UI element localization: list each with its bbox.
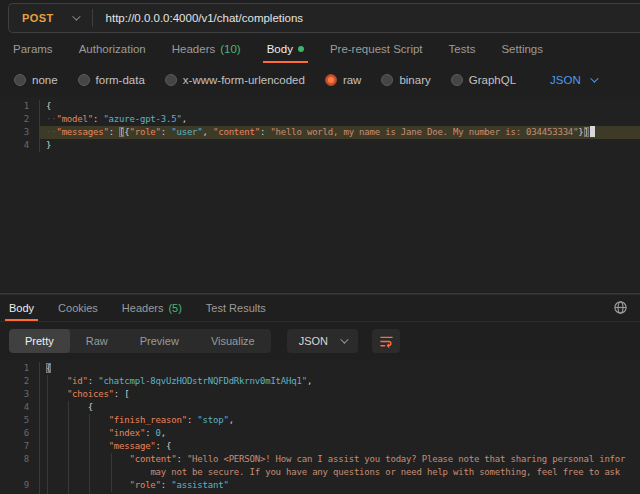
line-number: 7 xyxy=(0,440,40,453)
code-row: 7 "message": { xyxy=(0,440,640,453)
code-line-text: ··"messages": [{"role": "user", "content… xyxy=(40,126,640,139)
url-input[interactable]: http://0.0.0.0:4000/v1/chat/completions xyxy=(93,12,304,24)
chevron-down-icon xyxy=(590,74,598,82)
code-token: "chatcmpl-8qvUzHODstrNQFDdRkrnv0mItAHq1" xyxy=(98,376,307,386)
code-line-text: "index": 0, xyxy=(40,427,640,440)
line-number: 4 xyxy=(0,139,40,152)
code-row: 1{ xyxy=(0,362,640,375)
code-token: : xyxy=(109,127,119,137)
code-token: { xyxy=(46,363,51,373)
code-token: "Hello <PERSON>! How can I assist you to… xyxy=(187,454,625,464)
code-token xyxy=(46,454,130,464)
code-row: 2··"model": "azure-gpt-3.5", xyxy=(0,113,640,126)
code-token: "model" xyxy=(56,114,93,124)
view-visualize[interactable]: Visualize xyxy=(195,329,271,353)
chevron-down-icon xyxy=(340,335,348,343)
code-row: 5 "finish_reason": "stop", xyxy=(0,414,640,427)
code-token: , xyxy=(182,114,187,124)
radio-binary[interactable]: binary xyxy=(381,74,430,86)
code-token: "index" xyxy=(109,428,146,438)
request-body-editor[interactable]: 1{2··"model": "azure-gpt-3.5",3··"messag… xyxy=(0,97,640,294)
code-token: , xyxy=(203,127,213,137)
indent-guide xyxy=(89,414,90,494)
wrap-text-icon xyxy=(379,334,394,349)
code-token: { xyxy=(46,402,93,412)
response-body-editor[interactable]: 1{2 "id": "chatcmpl-8qvUzHODstrNQFDdRkrn… xyxy=(0,360,640,494)
radio-form-data[interactable]: form-data xyxy=(78,74,145,86)
code-token: "assistant" xyxy=(171,480,228,490)
response-toolbar: Pretty Raw Preview Visualize JSON xyxy=(0,322,640,360)
line-number xyxy=(0,466,40,479)
radio-x-www-form-urlencoded[interactable]: x-www-form-urlencoded xyxy=(165,74,305,86)
code-token: "content" xyxy=(130,454,177,464)
code-token: : xyxy=(88,376,98,386)
code-row: 6 "index": 0, xyxy=(0,427,640,440)
code-token xyxy=(46,441,109,451)
code-token xyxy=(46,480,130,490)
code-token: : xyxy=(187,415,197,425)
line-number: 6 xyxy=(0,427,40,440)
tab-tests[interactable]: Tests xyxy=(449,35,476,63)
code-row: 3··"messages": [{"role": "user", "conten… xyxy=(0,126,640,139)
code-line-text: "choices": [ xyxy=(40,388,640,401)
code-token: { xyxy=(46,101,51,111)
radio-graphql[interactable]: GraphQL xyxy=(451,74,516,86)
response-tab-headers[interactable]: Headers (5) xyxy=(122,295,182,321)
line-number: 1 xyxy=(0,362,40,375)
tab-pre-request-script[interactable]: Pre-request Script xyxy=(330,35,423,63)
code-row: may not be secure. If you have any quest… xyxy=(0,466,640,479)
body-dot-icon xyxy=(298,46,304,52)
request-url-bar: POST http://0.0.0.0:4000/v1/chat/complet… xyxy=(8,3,640,33)
body-format-select[interactable]: JSON xyxy=(550,74,596,86)
response-format-select[interactable]: JSON xyxy=(287,329,358,353)
code-line-text: "id": "chatcmpl-8qvUzHODstrNQFDdRkrnv0mI… xyxy=(40,375,640,388)
code-token: "user" xyxy=(171,127,202,137)
code-token: : xyxy=(176,454,186,464)
tab-body[interactable]: Body xyxy=(267,35,304,63)
radio-icon xyxy=(165,74,177,86)
code-token: "messages" xyxy=(56,127,108,137)
radio-none[interactable]: none xyxy=(14,74,58,86)
indent-guide xyxy=(68,401,69,494)
radio-icon xyxy=(381,74,393,86)
tab-params[interactable]: Params xyxy=(13,35,53,63)
code-token: "role" xyxy=(130,127,161,137)
code-token: : xyxy=(145,428,155,438)
code-token: , xyxy=(229,415,234,425)
chevron-down-icon xyxy=(72,12,80,20)
code-token: "finish_reason" xyxy=(109,415,187,425)
code-token: , xyxy=(161,428,166,438)
code-token: } xyxy=(578,127,583,137)
response-tab-body[interactable]: Body xyxy=(9,295,34,321)
response-tabs: Body Cookies Headers (5) Test Results xyxy=(0,295,640,322)
method-select[interactable]: POST xyxy=(9,4,92,32)
code-token xyxy=(46,467,150,477)
code-line-text: "content": "Hello <PERSON>! How can I as… xyxy=(40,453,640,466)
view-raw[interactable]: Raw xyxy=(70,329,124,353)
code-token: may not be secure. If you have any quest… xyxy=(150,467,620,477)
radio-raw[interactable]: raw xyxy=(325,74,362,86)
code-row: 4} xyxy=(0,139,640,152)
response-view-switcher: Pretty Raw Preview Visualize xyxy=(9,329,271,353)
indent-guide xyxy=(111,453,112,492)
tab-headers[interactable]: Headers (10) xyxy=(172,35,241,63)
code-row: 8 "content": "Hello <PERSON>! How can I … xyxy=(0,453,640,466)
globe-icon[interactable] xyxy=(613,300,628,317)
view-pretty[interactable]: Pretty xyxy=(9,329,70,353)
response-tab-cookies[interactable]: Cookies xyxy=(58,295,98,321)
view-preview[interactable]: Preview xyxy=(124,329,195,353)
tab-authorization[interactable]: Authorization xyxy=(79,35,146,63)
code-token: "azure-gpt-3.5" xyxy=(103,114,181,124)
code-line-text: { xyxy=(40,100,640,113)
code-token: : xyxy=(93,114,103,124)
response-headers-count: (5) xyxy=(168,302,181,314)
text-cursor xyxy=(590,126,595,137)
code-row: 2 "id": "chatcmpl-8qvUzHODstrNQFDdRkrnv0… xyxy=(0,375,640,388)
headers-count: (10) xyxy=(220,43,240,55)
line-number: 2 xyxy=(0,113,40,126)
tab-settings[interactable]: Settings xyxy=(501,35,543,63)
wrap-text-button[interactable] xyxy=(372,329,400,353)
response-tab-test-results[interactable]: Test Results xyxy=(206,295,266,321)
code-line-text: { xyxy=(40,362,640,375)
code-token: , xyxy=(307,376,312,386)
